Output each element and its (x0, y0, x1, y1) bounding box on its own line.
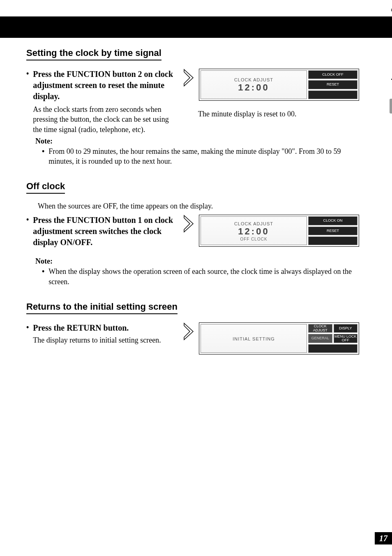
section-returns: Returns to the initial setting screen • … (26, 301, 366, 354)
instruction-time-signal: Press the FUNCTION button 2 on clock adj… (33, 69, 174, 102)
lcd1-btn-clockoff: CLOCK OFF (308, 70, 357, 79)
note-body-2: When the display shows the operation scr… (48, 266, 366, 287)
bullet-icon: • (26, 323, 29, 332)
lcd3-btn-general: GENERAL (308, 334, 332, 343)
lcd2-title: CLOCK ADJUST (234, 221, 273, 226)
heading-time-signal: Setting the clock by time signal (26, 48, 161, 60)
lcd3-btn-blank (308, 344, 357, 353)
lcd3-btn-clockadjust: CLOCK ADJUST (308, 324, 332, 333)
play-arrow-icon (182, 215, 195, 233)
play-arrow-icon (182, 69, 195, 87)
lcd1-time: 12:00 (238, 82, 269, 93)
note-label-2: Note: (35, 257, 366, 266)
lcd-screenshot-1: CLOCK ADJUST 12:00 CLOCK OFF RESET (199, 69, 359, 101)
lcd3-btn-disply: DISPLY (334, 324, 358, 333)
note-body-1: From 00 to 29 minutes, the hour remains … (48, 146, 366, 167)
lcd2-btn-clockon: CLOCK ON (308, 216, 357, 225)
intro-off-clock: When the sources are OFF, the time appea… (38, 202, 366, 211)
body-time-signal: As the clock starts from zero seconds wh… (33, 104, 174, 134)
body-returns: The display returns to initial setting s… (33, 335, 161, 345)
lcd-screenshot-3: INITIAL SETTING CLOCK ADJUST DISPLY GENE… (199, 322, 359, 354)
lcd1-title: CLOCK ADJUST (234, 77, 273, 82)
page-number: 17 (375, 532, 392, 544)
bullet-icon: • (42, 267, 44, 276)
lcd2-btn-reset: RESET (308, 227, 357, 235)
caption-reset-to-00: The minute display is reset to 00. (198, 110, 296, 118)
heading-off-clock: Off clock (26, 181, 65, 194)
lcd2-sub: OFF CLOCK (240, 237, 267, 241)
header-black-band (0, 16, 392, 38)
play-arrow-icon (182, 322, 195, 341)
lcd1-btn-blank (308, 90, 357, 99)
bullet-icon: • (26, 215, 29, 225)
bullet-icon: • (26, 70, 29, 79)
lcd2-btn-blank (308, 236, 357, 245)
instruction-off-clock: Press the FUNCTION button 1 on clock adj… (33, 215, 174, 248)
lcd2-time: 12:00 (238, 226, 269, 237)
section-off-clock: Off clock When the sources are OFF, the … (26, 181, 366, 287)
lcd3-btn-menulock: MENU LOCK OFF (334, 334, 358, 343)
heading-returns: Returns to the initial setting screen (26, 301, 178, 314)
side-tab: Setting Up the Environment for Use (380, 99, 392, 263)
note-label-1: Note: (35, 137, 366, 146)
lcd1-btn-reset: RESET (308, 80, 357, 89)
lcd-screenshot-2: CLOCK ADJUST 12:00 OFF CLOCK CLOCK ON RE… (199, 215, 359, 247)
instruction-returns: Press the RETURN button. (33, 322, 161, 334)
section-time-signal: Setting the clock by time signal • Press… (26, 48, 366, 166)
bullet-icon: • (42, 147, 44, 156)
lcd3-title: INITIAL SETTING (233, 336, 275, 341)
